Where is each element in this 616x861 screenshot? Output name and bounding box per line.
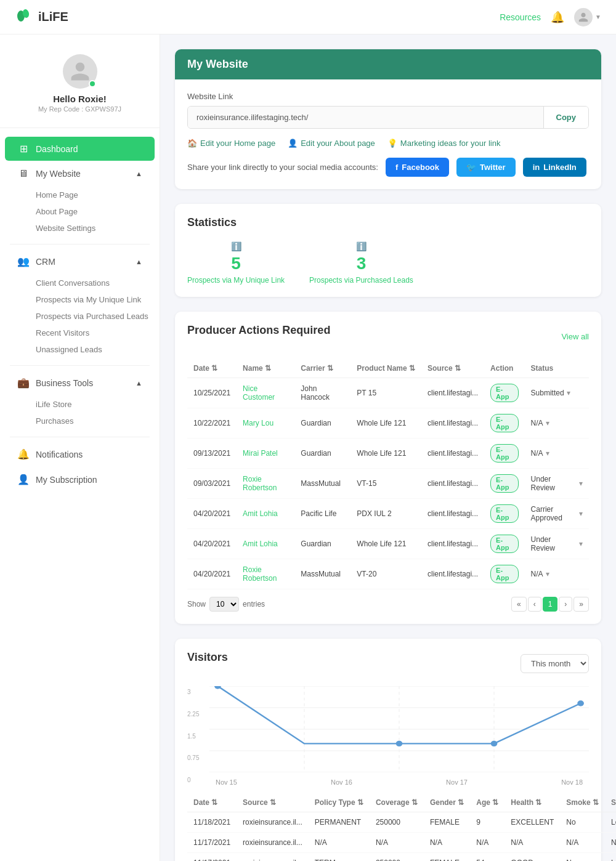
visitors-table: Date ⇅ Source ⇅ Policy Type ⇅ Coverage ⇅… bbox=[187, 793, 616, 861]
chevron-down-icon[interactable]: ▾ bbox=[579, 479, 583, 488]
sidebar-subitem-client-conversations[interactable]: Client Conversations bbox=[31, 275, 160, 291]
avatar bbox=[574, 8, 593, 26]
vcell-age: 54 bbox=[470, 853, 505, 862]
copy-button[interactable]: Copy bbox=[543, 107, 589, 128]
sidebar-subitem-website-settings[interactable]: Website Settings bbox=[31, 220, 160, 236]
vcell-state: Louisiana bbox=[605, 853, 616, 862]
twitter-share-button[interactable]: 🐦 Twitter bbox=[456, 158, 516, 177]
table-row: 09/13/2021 Mirai Patel Guardian Whole Li… bbox=[187, 439, 589, 469]
cell-carrier: Guardian bbox=[294, 529, 351, 559]
marketing-ideas-link[interactable]: 💡 Marketing ideas for your link bbox=[387, 139, 501, 148]
vcell-policy: PERMANENT bbox=[309, 812, 370, 833]
sidebar-item-subscription[interactable]: 👤 My Subscription bbox=[5, 467, 155, 491]
sidebar-subitem-unassigned-leads[interactable]: Unassigned Leads bbox=[31, 341, 160, 358]
chevron-down-icon[interactable]: ▾ bbox=[546, 449, 549, 458]
monitor-icon: 🖥 bbox=[17, 168, 30, 179]
y-label-3: 3 bbox=[187, 689, 199, 695]
cell-carrier: MassMutual bbox=[294, 559, 351, 589]
cell-status: N/A ▾ bbox=[525, 559, 589, 589]
linkedin-share-button[interactable]: in LinkedIn bbox=[523, 158, 586, 177]
chart-container: 3 2.25 1.5 0.75 0 bbox=[187, 686, 589, 786]
vcol-smoke: Smoke ⇅ bbox=[560, 793, 605, 812]
sidebar-item-business-tools[interactable]: 💼 Business Tools ▲ bbox=[5, 371, 155, 395]
cell-action: E-App bbox=[484, 469, 525, 499]
month-dropdown[interactable]: This month Last month bbox=[521, 654, 589, 673]
visitors-header-row: Date ⇅ Source ⇅ Policy Type ⇅ Coverage ⇅… bbox=[187, 793, 616, 812]
cell-status: N/A ▾ bbox=[525, 439, 589, 469]
col-product: Product Name ⇅ bbox=[351, 359, 421, 378]
cell-date: 04/20/2021 bbox=[187, 559, 237, 589]
svg-point-10 bbox=[214, 686, 221, 689]
chevron-down-icon[interactable]: ▾ bbox=[546, 570, 549, 578]
edit-home-link[interactable]: 🏠 Edit your Home page bbox=[187, 139, 275, 148]
cell-name[interactable]: Roxie Robertson bbox=[237, 469, 294, 499]
facebook-icon: f bbox=[395, 163, 398, 172]
stat2-info-icon: ℹ️ bbox=[309, 241, 413, 251]
pag-first-button[interactable]: « bbox=[511, 597, 527, 612]
cell-name[interactable]: Roxie Robertson bbox=[237, 559, 294, 589]
pag-last-button[interactable]: » bbox=[573, 597, 589, 612]
col-action: Action bbox=[484, 359, 525, 378]
sidebar-item-notifications[interactable]: 🔔 Notifications bbox=[5, 442, 155, 466]
table-row: 04/20/2021 Amit Lohia Guardian Whole Lif… bbox=[187, 529, 589, 559]
chevron-down-icon: ▼ bbox=[595, 14, 601, 20]
sidebar-subitem-recent-visitors[interactable]: Recent Visitors bbox=[31, 325, 160, 341]
sidebar-item-notifications-label: Notifications bbox=[36, 450, 83, 459]
topnav: iLiFE Resources 🔔 ▼ bbox=[0, 0, 616, 34]
pag-page-1-button[interactable]: 1 bbox=[543, 597, 558, 612]
resources-link[interactable]: Resources bbox=[500, 12, 541, 22]
cell-name[interactable]: Nice Customer bbox=[237, 378, 294, 408]
sidebar-item-my-website-label: My Website bbox=[36, 169, 81, 179]
cell-name[interactable]: Mirai Patel bbox=[237, 439, 294, 469]
sidebar-item-dashboard[interactable]: ⊞ Dashboard bbox=[5, 137, 155, 161]
cell-name[interactable]: Amit Lohia bbox=[237, 529, 294, 559]
producer-pagination: Show 10 25 50 entries « ‹ 1 › » bbox=[187, 597, 589, 612]
sidebar-subitem-prospects-purchased[interactable]: Prospects via Purchased Leads bbox=[31, 308, 160, 325]
website-url-input[interactable] bbox=[188, 107, 543, 128]
chevron-down-icon[interactable]: ▾ bbox=[546, 419, 549, 427]
action-badge: E-App bbox=[490, 384, 519, 402]
edit-about-link[interactable]: 👤 Edit your About page bbox=[288, 139, 375, 148]
sidebar-subitem-ilife-store[interactable]: iLife Store bbox=[31, 396, 160, 413]
sidebar-item-dashboard-label: Dashboard bbox=[36, 144, 78, 154]
entries-select[interactable]: 10 25 50 bbox=[209, 597, 239, 612]
x-label-nov17: Nov 17 bbox=[446, 778, 468, 786]
stat2-number: 3 bbox=[309, 254, 413, 273]
cell-name[interactable]: Amit Lohia bbox=[237, 499, 294, 529]
my-website-card: My Website Website Link Copy 🏠 Edit your… bbox=[175, 49, 601, 189]
sidebar-subitem-prospects-unique[interactable]: Prospects via My Unique Link bbox=[31, 291, 160, 308]
chevron-down-icon[interactable]: ▾ bbox=[567, 389, 570, 397]
vcell-date: 11/17/2021 bbox=[187, 833, 237, 853]
statistics-card: Statistics ℹ️ 5 Prospects via My Unique … bbox=[175, 204, 601, 297]
vcell-source: roxieinsurance.il... bbox=[237, 833, 309, 853]
cell-name[interactable]: Mary Lou bbox=[237, 408, 294, 439]
vcell-source: roxieinsurance.il... bbox=[237, 853, 309, 862]
chevron-down-icon[interactable]: ▾ bbox=[579, 540, 583, 548]
facebook-share-button[interactable]: f Facebook bbox=[386, 158, 449, 177]
cell-product: Whole Life 121 bbox=[351, 408, 421, 439]
visitors-table-container: Date ⇅ Source ⇅ Policy Type ⇅ Coverage ⇅… bbox=[187, 793, 589, 861]
cell-date: 09/03/2021 bbox=[187, 469, 237, 499]
sidebar-profile: Hello Roxie! My Rep Code : GXPWS97J bbox=[0, 44, 160, 128]
notification-bell-icon[interactable]: 🔔 bbox=[551, 10, 564, 24]
sidebar-subitem-about-page[interactable]: About Page bbox=[31, 203, 160, 220]
status-cell: N/A ▾ bbox=[531, 570, 583, 578]
sidebar-subitem-home-page[interactable]: Home Page bbox=[31, 187, 160, 203]
topnav-right: Resources 🔔 ▼ bbox=[500, 8, 601, 26]
vcol-health: Health ⇅ bbox=[505, 793, 560, 812]
profile-rep-code: My Rep Code : GXPWS97J bbox=[0, 105, 160, 113]
view-all-button[interactable]: View all bbox=[561, 332, 589, 341]
sidebar-item-crm[interactable]: 👥 CRM ▲ bbox=[5, 249, 155, 273]
cell-source: client.lifestagi... bbox=[421, 499, 484, 529]
marketing-ideas-label: Marketing ideas for your link bbox=[400, 139, 501, 148]
user-avatar-button[interactable]: ▼ bbox=[574, 8, 601, 26]
stats-grid: ℹ️ 5 Prospects via My Unique Link ℹ️ 3 P… bbox=[187, 241, 589, 285]
sidebar-subitem-purchases[interactable]: Purchases bbox=[31, 413, 160, 429]
sidebar-item-my-website[interactable]: 🖥 My Website ▲ bbox=[5, 162, 155, 185]
cell-date: 09/13/2021 bbox=[187, 439, 237, 469]
chevron-down-icon[interactable]: ▾ bbox=[579, 509, 583, 518]
show-entries-row: Show 10 25 50 entries bbox=[187, 597, 265, 612]
vcell-state: N/A bbox=[605, 833, 616, 853]
pag-prev-button[interactable]: ‹ bbox=[528, 597, 541, 612]
pag-next-button[interactable]: › bbox=[559, 597, 572, 612]
